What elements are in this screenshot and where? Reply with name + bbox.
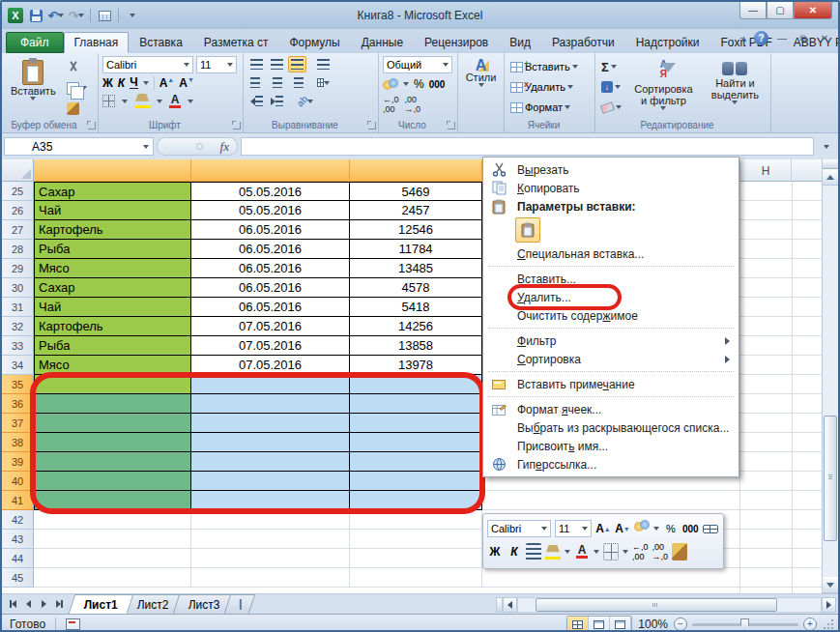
page-layout-view-button[interactable] — [589, 617, 610, 632]
cell-b41[interactable] — [191, 491, 350, 510]
cell-c26[interactable]: 2457 — [350, 201, 482, 220]
tab-главная[interactable]: Главная — [64, 32, 130, 53]
tab-формулы[interactable]: Формулы — [279, 32, 351, 53]
row-header-27[interactable]: 27 — [2, 220, 34, 240]
comma-style-button[interactable]: 000 — [429, 79, 446, 90]
row-header-42[interactable]: 42 — [2, 510, 34, 530]
horizontal-split-handle[interactable] — [496, 597, 503, 613]
cell-b33[interactable]: 07.05.2016 — [191, 336, 350, 356]
decrease-indent-button[interactable] — [247, 93, 266, 109]
mini-italic-button[interactable]: К — [507, 543, 522, 560]
mini-font-color-button[interactable]: А — [574, 543, 590, 560]
redo-button[interactable]: ↷ — [68, 7, 85, 24]
increase-decimal-button[interactable]: ←,0,00 — [383, 95, 399, 114]
insert-function-button[interactable]: fx — [220, 139, 229, 155]
excel-logo-icon[interactable]: X — [7, 7, 24, 24]
zoom-thumb[interactable] — [740, 618, 749, 630]
table-view-button[interactable] — [96, 7, 113, 24]
insert-worksheet-button[interactable] — [223, 594, 254, 614]
mini-bold-button[interactable]: Ж — [487, 543, 503, 560]
cell-b29[interactable]: 06.05.2016 — [191, 259, 350, 278]
cell-c35[interactable] — [350, 375, 482, 394]
tab-вид[interactable]: Вид — [499, 32, 541, 53]
zoom-track[interactable] — [692, 623, 798, 626]
zoom-level[interactable]: 100% — [638, 618, 668, 631]
mini-shrink-font-button[interactable]: А▼ — [615, 520, 630, 537]
qat-customize-button[interactable] — [124, 7, 141, 24]
cell-c33[interactable]: 13858 — [350, 336, 482, 356]
percent-style-button[interactable]: % — [414, 77, 424, 91]
normal-view-button[interactable] — [567, 617, 589, 632]
cell-c39[interactable] — [350, 452, 482, 472]
mini-percent-button[interactable]: % — [663, 520, 679, 537]
menu-item-очистить-содержимое[interactable]: Очистить содержимое — [484, 306, 738, 325]
cell-c42[interactable] — [350, 510, 482, 530]
row-header-37[interactable]: 37 — [2, 414, 34, 433]
paste-button[interactable]: Вставить — [6, 58, 61, 118]
name-box[interactable]: A35 — [4, 137, 154, 156]
menu-item-фильтр[interactable]: Фильтр — [484, 331, 738, 350]
orientation-button[interactable]: ab — [294, 93, 312, 109]
decrease-decimal-button[interactable]: ,00→,0 — [405, 95, 421, 114]
scroll-left-button[interactable] — [503, 597, 517, 613]
font-family-select[interactable]: Calibri — [102, 56, 193, 73]
cell-b43[interactable] — [191, 530, 350, 549]
number-dialog-launcher[interactable] — [448, 122, 455, 129]
row-header-32[interactable]: 32 — [2, 317, 34, 336]
vertical-scroll-thumb[interactable] — [824, 416, 837, 541]
row-header-29[interactable]: 29 — [2, 259, 34, 278]
undo-button[interactable]: ↶ — [47, 7, 65, 24]
cell-b42[interactable] — [191, 510, 350, 530]
cell-b44[interactable] — [191, 549, 350, 568]
column-header-h[interactable]: H — [739, 159, 792, 182]
last-sheet-button[interactable] — [52, 597, 66, 611]
cell-c30[interactable]: 4578 — [350, 278, 482, 298]
cell-a29[interactable]: Мясо — [34, 259, 191, 278]
menu-item-сортировка[interactable]: Сортировка — [484, 350, 738, 368]
tab-надстройки[interactable]: Надстройки — [625, 32, 710, 53]
cell-b31[interactable]: 06.05.2016 — [191, 298, 350, 317]
save-button[interactable] — [27, 7, 44, 24]
cell-c43[interactable] — [350, 530, 482, 549]
align-top-button[interactable] — [247, 56, 266, 72]
align-middle-button[interactable] — [268, 56, 286, 72]
row-header-41[interactable]: 41 — [2, 491, 34, 510]
menu-item-параметры-вставки[interactable]: Параметры вставки: — [484, 197, 738, 215]
cell-b40[interactable] — [191, 472, 350, 491]
scroll-right-button[interactable] — [822, 597, 836, 613]
styles-button[interactable]: A Стили — [462, 58, 500, 89]
tab-рецензиров[interactable]: Рецензиров — [414, 32, 499, 53]
cell-c45[interactable] — [350, 568, 482, 588]
row-header-40[interactable]: 40 — [2, 472, 34, 491]
mini-decrease-decimal-button[interactable]: ,00→,0 — [652, 542, 669, 561]
mini-font-family-select[interactable]: Calibri — [487, 520, 551, 537]
cell-b32[interactable]: 07.05.2016 — [191, 317, 350, 336]
cell-a35[interactable] — [34, 375, 191, 394]
collapse-ribbon-icon[interactable]: ▲ — [739, 34, 748, 43]
cell-b36[interactable] — [191, 394, 350, 414]
select-all-corner[interactable] — [2, 159, 34, 182]
workbook-close-icon[interactable]: ✕ — [817, 33, 832, 43]
cell-b26[interactable]: 05.05.2016 — [191, 201, 350, 220]
row-header-25[interactable]: 25 — [2, 182, 34, 201]
macro-record-button[interactable] — [66, 618, 80, 630]
tab-разработчи[interactable]: Разработчи — [541, 32, 625, 53]
sheet-tab-лист1[interactable]: Лист1 — [69, 594, 134, 614]
cell-c41[interactable] — [350, 491, 482, 510]
cell-a38[interactable] — [34, 433, 191, 452]
mini-fill-color-button[interactable] — [545, 545, 561, 560]
clear-button[interactable] — [599, 99, 623, 116]
minimize-button[interactable]: — — [739, 2, 767, 19]
row-header-28[interactable]: 28 — [2, 240, 34, 259]
workbook-restore-icon[interactable]: ⧉ — [796, 33, 811, 44]
row-header-26[interactable]: 26 — [2, 201, 34, 220]
cell-a44[interactable] — [34, 549, 191, 568]
close-button[interactable]: ✕ — [794, 2, 832, 19]
find-select-button[interactable]: Найти и выделить — [704, 58, 767, 118]
accounting-format-button[interactable] — [383, 78, 398, 91]
vertical-scrollbar[interactable] — [822, 159, 838, 593]
column-header-c[interactable] — [350, 159, 482, 182]
cell-c37[interactable] — [350, 414, 482, 433]
fill-button[interactable]: ↓ — [599, 78, 623, 96]
mini-merge-button[interactable] — [703, 525, 718, 533]
